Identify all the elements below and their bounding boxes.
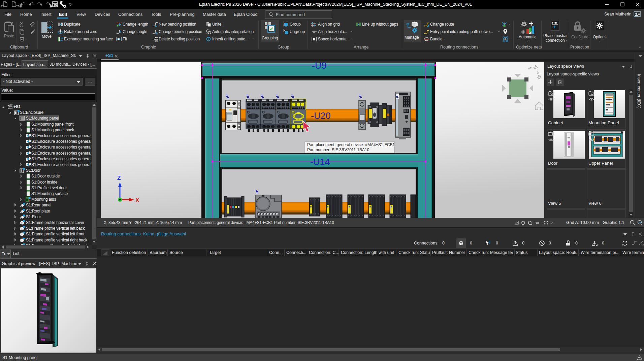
svg-text:100: 100 [638, 221, 642, 224]
svg-text:Part placement, general device: Part placement, general device: =MA4+S1-… [307, 142, 395, 147]
svg-text:-U9: -U9 [312, 62, 327, 71]
svg-text:Z: Z [117, 175, 121, 181]
svg-text:Part number: SIE.3RV2011-1BA10: Part number: SIE.3RV2011-1BA10 [307, 147, 369, 152]
svg-text:-U20: -U20 [311, 111, 331, 121]
svg-text:2: 2 [642, 243, 644, 246]
svg-text:-U14: -U14 [310, 157, 330, 167]
svg-text:X: X [135, 197, 139, 203]
